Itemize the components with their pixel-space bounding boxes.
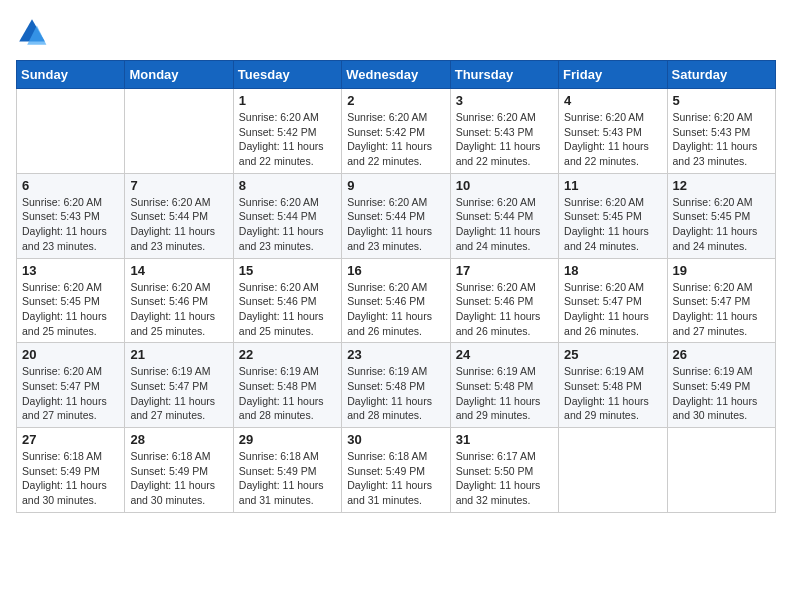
- calendar-cell: 11Sunrise: 6:20 AM Sunset: 5:45 PM Dayli…: [559, 173, 667, 258]
- day-info: Sunrise: 6:19 AM Sunset: 5:48 PM Dayligh…: [456, 364, 553, 423]
- day-number: 5: [673, 93, 770, 108]
- day-info: Sunrise: 6:18 AM Sunset: 5:49 PM Dayligh…: [239, 449, 336, 508]
- day-number: 28: [130, 432, 227, 447]
- calendar-cell: 15Sunrise: 6:20 AM Sunset: 5:46 PM Dayli…: [233, 258, 341, 343]
- calendar-cell: 17Sunrise: 6:20 AM Sunset: 5:46 PM Dayli…: [450, 258, 558, 343]
- page-header: [16, 16, 776, 48]
- calendar-week-row: 27Sunrise: 6:18 AM Sunset: 5:49 PM Dayli…: [17, 428, 776, 513]
- calendar-cell: 12Sunrise: 6:20 AM Sunset: 5:45 PM Dayli…: [667, 173, 775, 258]
- calendar-cell: 19Sunrise: 6:20 AM Sunset: 5:47 PM Dayli…: [667, 258, 775, 343]
- calendar-body: 1Sunrise: 6:20 AM Sunset: 5:42 PM Daylig…: [17, 89, 776, 513]
- calendar-cell: 23Sunrise: 6:19 AM Sunset: 5:48 PM Dayli…: [342, 343, 450, 428]
- day-number: 7: [130, 178, 227, 193]
- day-number: 14: [130, 263, 227, 278]
- day-info: Sunrise: 6:20 AM Sunset: 5:43 PM Dayligh…: [456, 110, 553, 169]
- calendar-cell: 31Sunrise: 6:17 AM Sunset: 5:50 PM Dayli…: [450, 428, 558, 513]
- calendar-cell: 16Sunrise: 6:20 AM Sunset: 5:46 PM Dayli…: [342, 258, 450, 343]
- calendar-cell: 22Sunrise: 6:19 AM Sunset: 5:48 PM Dayli…: [233, 343, 341, 428]
- calendar-cell: 27Sunrise: 6:18 AM Sunset: 5:49 PM Dayli…: [17, 428, 125, 513]
- day-info: Sunrise: 6:20 AM Sunset: 5:42 PM Dayligh…: [347, 110, 444, 169]
- day-info: Sunrise: 6:20 AM Sunset: 5:47 PM Dayligh…: [564, 280, 661, 339]
- weekday-header-cell: Tuesday: [233, 61, 341, 89]
- calendar-cell: 30Sunrise: 6:18 AM Sunset: 5:49 PM Dayli…: [342, 428, 450, 513]
- calendar-table: SundayMondayTuesdayWednesdayThursdayFrid…: [16, 60, 776, 513]
- day-number: 31: [456, 432, 553, 447]
- day-info: Sunrise: 6:19 AM Sunset: 5:47 PM Dayligh…: [130, 364, 227, 423]
- weekday-header-cell: Sunday: [17, 61, 125, 89]
- calendar-cell: 8Sunrise: 6:20 AM Sunset: 5:44 PM Daylig…: [233, 173, 341, 258]
- day-info: Sunrise: 6:20 AM Sunset: 5:42 PM Dayligh…: [239, 110, 336, 169]
- day-number: 9: [347, 178, 444, 193]
- day-number: 30: [347, 432, 444, 447]
- day-info: Sunrise: 6:19 AM Sunset: 5:48 PM Dayligh…: [347, 364, 444, 423]
- day-number: 2: [347, 93, 444, 108]
- day-number: 23: [347, 347, 444, 362]
- weekday-header-cell: Wednesday: [342, 61, 450, 89]
- day-number: 8: [239, 178, 336, 193]
- calendar-cell: [17, 89, 125, 174]
- weekday-header-cell: Friday: [559, 61, 667, 89]
- calendar-cell: 2Sunrise: 6:20 AM Sunset: 5:42 PM Daylig…: [342, 89, 450, 174]
- calendar-cell: 28Sunrise: 6:18 AM Sunset: 5:49 PM Dayli…: [125, 428, 233, 513]
- day-info: Sunrise: 6:20 AM Sunset: 5:46 PM Dayligh…: [347, 280, 444, 339]
- day-number: 6: [22, 178, 119, 193]
- calendar-cell: 21Sunrise: 6:19 AM Sunset: 5:47 PM Dayli…: [125, 343, 233, 428]
- calendar-cell: 5Sunrise: 6:20 AM Sunset: 5:43 PM Daylig…: [667, 89, 775, 174]
- day-info: Sunrise: 6:20 AM Sunset: 5:45 PM Dayligh…: [22, 280, 119, 339]
- calendar-cell: 3Sunrise: 6:20 AM Sunset: 5:43 PM Daylig…: [450, 89, 558, 174]
- calendar-week-row: 6Sunrise: 6:20 AM Sunset: 5:43 PM Daylig…: [17, 173, 776, 258]
- day-number: 18: [564, 263, 661, 278]
- day-number: 16: [347, 263, 444, 278]
- day-number: 10: [456, 178, 553, 193]
- day-info: Sunrise: 6:20 AM Sunset: 5:45 PM Dayligh…: [564, 195, 661, 254]
- day-info: Sunrise: 6:19 AM Sunset: 5:48 PM Dayligh…: [239, 364, 336, 423]
- calendar-week-row: 20Sunrise: 6:20 AM Sunset: 5:47 PM Dayli…: [17, 343, 776, 428]
- day-info: Sunrise: 6:17 AM Sunset: 5:50 PM Dayligh…: [456, 449, 553, 508]
- calendar-cell: 18Sunrise: 6:20 AM Sunset: 5:47 PM Dayli…: [559, 258, 667, 343]
- weekday-header-row: SundayMondayTuesdayWednesdayThursdayFrid…: [17, 61, 776, 89]
- day-number: 3: [456, 93, 553, 108]
- day-info: Sunrise: 6:19 AM Sunset: 5:48 PM Dayligh…: [564, 364, 661, 423]
- day-info: Sunrise: 6:18 AM Sunset: 5:49 PM Dayligh…: [347, 449, 444, 508]
- calendar-cell: 14Sunrise: 6:20 AM Sunset: 5:46 PM Dayli…: [125, 258, 233, 343]
- day-number: 1: [239, 93, 336, 108]
- calendar-cell: 24Sunrise: 6:19 AM Sunset: 5:48 PM Dayli…: [450, 343, 558, 428]
- calendar-cell: 26Sunrise: 6:19 AM Sunset: 5:49 PM Dayli…: [667, 343, 775, 428]
- day-number: 25: [564, 347, 661, 362]
- calendar-cell: 10Sunrise: 6:20 AM Sunset: 5:44 PM Dayli…: [450, 173, 558, 258]
- day-info: Sunrise: 6:20 AM Sunset: 5:47 PM Dayligh…: [22, 364, 119, 423]
- weekday-header-cell: Saturday: [667, 61, 775, 89]
- calendar-cell: 13Sunrise: 6:20 AM Sunset: 5:45 PM Dayli…: [17, 258, 125, 343]
- day-number: 13: [22, 263, 119, 278]
- calendar-week-row: 1Sunrise: 6:20 AM Sunset: 5:42 PM Daylig…: [17, 89, 776, 174]
- day-info: Sunrise: 6:20 AM Sunset: 5:47 PM Dayligh…: [673, 280, 770, 339]
- day-info: Sunrise: 6:20 AM Sunset: 5:46 PM Dayligh…: [456, 280, 553, 339]
- day-info: Sunrise: 6:20 AM Sunset: 5:44 PM Dayligh…: [239, 195, 336, 254]
- day-info: Sunrise: 6:20 AM Sunset: 5:44 PM Dayligh…: [456, 195, 553, 254]
- day-number: 4: [564, 93, 661, 108]
- logo-icon: [16, 16, 48, 48]
- day-info: Sunrise: 6:18 AM Sunset: 5:49 PM Dayligh…: [130, 449, 227, 508]
- day-number: 20: [22, 347, 119, 362]
- calendar-week-row: 13Sunrise: 6:20 AM Sunset: 5:45 PM Dayli…: [17, 258, 776, 343]
- day-info: Sunrise: 6:18 AM Sunset: 5:49 PM Dayligh…: [22, 449, 119, 508]
- day-info: Sunrise: 6:20 AM Sunset: 5:43 PM Dayligh…: [673, 110, 770, 169]
- day-number: 15: [239, 263, 336, 278]
- day-info: Sunrise: 6:20 AM Sunset: 5:43 PM Dayligh…: [564, 110, 661, 169]
- day-number: 11: [564, 178, 661, 193]
- calendar-cell: 25Sunrise: 6:19 AM Sunset: 5:48 PM Dayli…: [559, 343, 667, 428]
- day-number: 24: [456, 347, 553, 362]
- day-number: 21: [130, 347, 227, 362]
- calendar-cell: [559, 428, 667, 513]
- day-info: Sunrise: 6:20 AM Sunset: 5:43 PM Dayligh…: [22, 195, 119, 254]
- day-number: 12: [673, 178, 770, 193]
- day-number: 22: [239, 347, 336, 362]
- day-number: 19: [673, 263, 770, 278]
- day-info: Sunrise: 6:20 AM Sunset: 5:46 PM Dayligh…: [239, 280, 336, 339]
- calendar-cell: [125, 89, 233, 174]
- day-number: 29: [239, 432, 336, 447]
- calendar-cell: 6Sunrise: 6:20 AM Sunset: 5:43 PM Daylig…: [17, 173, 125, 258]
- day-info: Sunrise: 6:20 AM Sunset: 5:46 PM Dayligh…: [130, 280, 227, 339]
- calendar-cell: [667, 428, 775, 513]
- calendar-cell: 1Sunrise: 6:20 AM Sunset: 5:42 PM Daylig…: [233, 89, 341, 174]
